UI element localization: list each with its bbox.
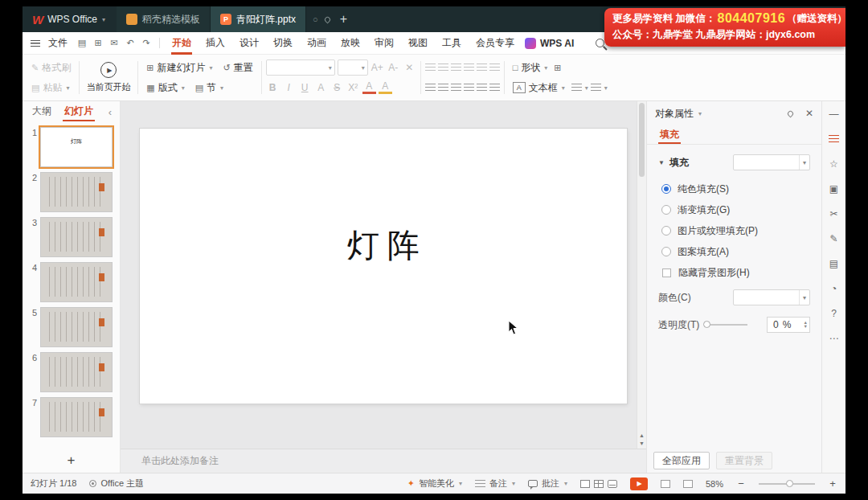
italic-button[interactable]: I — [282, 82, 296, 93]
star-resources-icon[interactable]: ☆ — [827, 158, 841, 170]
sync-icon[interactable]: ○ — [313, 14, 318, 24]
reading-view-icon[interactable] — [608, 480, 617, 488]
comments-button[interactable]: 批注 ▾ — [528, 477, 567, 490]
search-icon[interactable] — [596, 39, 604, 47]
radio-unchecked[interactable] — [661, 205, 671, 215]
zoom-out-button[interactable]: − — [736, 477, 746, 490]
menu-tab-design[interactable]: 设计 — [232, 32, 266, 55]
app-menu[interactable]: W WPS Office ▾ — [23, 13, 117, 27]
slide-thumbnail[interactable] — [40, 352, 113, 392]
font-size-combo[interactable]: ▾ — [338, 59, 368, 76]
transparency-slider[interactable] — [704, 324, 747, 326]
zoom-in-button[interactable]: + — [828, 477, 837, 490]
decrease-font-button[interactable]: A- — [387, 62, 400, 73]
fit-width-icon[interactable] — [683, 480, 693, 488]
spinner-arrows[interactable]: ▲ ▼ — [804, 321, 808, 329]
fit-slide-icon[interactable] — [661, 480, 670, 488]
slideshow-play-button[interactable]: ▶ — [630, 477, 648, 490]
align-center-icon[interactable] — [438, 84, 448, 92]
bullet-list-icon[interactable] — [425, 64, 436, 72]
slide-item-6[interactable]: 6 — [23, 352, 120, 392]
normal-view-icon[interactable] — [580, 480, 590, 488]
canvas-scrollbar[interactable]: ▲ ▼ — [637, 101, 646, 449]
save-icon[interactable]: ▤ — [74, 38, 90, 48]
menu-tab-tools[interactable]: 工具 — [435, 32, 469, 55]
slide-editing-area[interactable]: 灯阵 — [140, 129, 627, 404]
tab-outline[interactable]: 大纲 — [26, 101, 58, 122]
decrease-indent-icon[interactable] — [451, 64, 461, 72]
menu-tab-view[interactable]: 视图 — [401, 32, 435, 55]
new-tab-button[interactable]: + — [330, 12, 357, 27]
file-menu[interactable]: 文件 — [29, 36, 74, 50]
menu-tab-animation[interactable]: 动画 — [300, 32, 334, 55]
zoom-slider[interactable] — [759, 483, 815, 485]
scroll-up-icon[interactable]: ▲ — [639, 432, 645, 438]
slider-handle[interactable] — [703, 321, 710, 328]
align-right-icon[interactable] — [451, 84, 461, 92]
share-icon[interactable]: ✉ — [106, 38, 122, 48]
align-justify-icon[interactable] — [464, 84, 474, 92]
format-painter-button[interactable]: ✎ 格式刷 — [27, 59, 75, 76]
history-icon[interactable]: ◔ — [827, 282, 841, 295]
smart-beautify-button[interactable]: ✦ 智能美化 ▾ — [407, 477, 462, 490]
doc-tab-templates[interactable]: 稻壳精选模板 — [117, 6, 211, 32]
slide-item-7[interactable]: 7 — [23, 397, 120, 437]
slide-title-text[interactable]: 灯阵 — [339, 223, 428, 268]
underline-button[interactable]: U — [298, 82, 312, 93]
shape-gallery-icon[interactable]: ⊞ — [554, 63, 561, 73]
checkbox-unchecked[interactable] — [662, 268, 671, 277]
slide-item-3[interactable]: 3 — [23, 217, 120, 257]
doc-tab-presentation[interactable]: P 青阳灯阵.pptx — [211, 6, 306, 32]
option-hide-background[interactable]: 隐藏背景图形(H) — [658, 262, 810, 283]
add-slide-button[interactable]: + — [23, 449, 120, 473]
font-color-button[interactable]: A — [362, 82, 376, 94]
notes-placeholder[interactable]: 单击此处添加备注 — [121, 449, 646, 473]
superscript-button[interactable]: X² — [346, 82, 360, 93]
color-picker-combo[interactable]: ▾ — [733, 289, 810, 305]
align-left-icon[interactable] — [425, 84, 436, 92]
clip-art-icon[interactable]: ✂ — [827, 207, 841, 220]
font-name-combo[interactable]: ▾ — [266, 59, 335, 76]
wps-ai-button[interactable]: WPS AI — [525, 38, 574, 49]
clear-format-button[interactable]: ✕ — [403, 62, 416, 73]
play-from-current-button[interactable]: ▶ 当前页开始 — [84, 57, 133, 98]
close-panel-icon[interactable]: ✕ — [805, 108, 813, 119]
collapse-strip-icon[interactable]: — — [827, 108, 841, 121]
menu-tab-member[interactable]: 会员专享 — [469, 32, 522, 55]
reset-button[interactable]: ↺ 重置 — [219, 59, 256, 76]
theme-button[interactable]: Office 主题 — [89, 477, 144, 490]
radio-checked[interactable] — [661, 184, 671, 194]
columns-icon[interactable] — [489, 64, 500, 72]
slide-item-1[interactable]: 1 灯阵 — [23, 127, 120, 167]
new-slide-button[interactable]: ⊞ 新建幻灯片 ▾ — [142, 59, 216, 76]
slide-thumbnail[interactable] — [40, 397, 113, 437]
increase-indent-icon[interactable] — [464, 64, 474, 72]
edit-tools-icon[interactable]: ✎ — [827, 232, 841, 245]
object-properties-icon[interactable] — [827, 133, 841, 145]
distribute-icon[interactable] — [477, 84, 487, 92]
collapse-panel-icon[interactable]: ‹ — [104, 106, 117, 118]
radio-unchecked[interactable] — [661, 226, 671, 236]
layers-icon[interactable]: ▤ — [827, 257, 841, 270]
fill-preset-combo[interactable]: ▾ — [733, 154, 810, 170]
fill-section-header[interactable]: ▼ 填充 ▾ — [658, 154, 810, 170]
scroll-down-icon[interactable]: ▼ — [639, 441, 645, 446]
menu-tab-transition[interactable]: 切换 — [266, 32, 300, 55]
option-pattern-fill[interactable]: 图案填充(A) — [658, 241, 810, 262]
slide-canvas[interactable]: 灯阵 ▲ ▼ — [121, 101, 646, 449]
menu-tab-review[interactable]: 审阅 — [367, 32, 401, 55]
scrollbar-thumb[interactable] — [639, 103, 645, 177]
option-picture-fill[interactable]: 图片或纹理填充(P) — [658, 220, 810, 241]
slide-item-4[interactable]: 4 — [23, 262, 120, 302]
strikethrough-button[interactable]: S — [330, 82, 344, 93]
notes-button[interactable]: 备注 ▾ — [475, 477, 515, 490]
menu-tab-slideshow[interactable]: 放映 — [334, 32, 367, 55]
bold-button[interactable]: B — [266, 82, 280, 93]
slide-thumbnail[interactable] — [40, 262, 113, 302]
arrange-icon[interactable] — [591, 84, 601, 92]
menu-tab-home[interactable]: 开始 — [165, 32, 199, 55]
undo-icon[interactable]: ↶ — [122, 38, 138, 48]
radio-unchecked[interactable] — [661, 247, 671, 256]
line-spacing-icon[interactable] — [489, 84, 500, 92]
menu-tab-insert[interactable]: 插入 — [199, 32, 232, 55]
